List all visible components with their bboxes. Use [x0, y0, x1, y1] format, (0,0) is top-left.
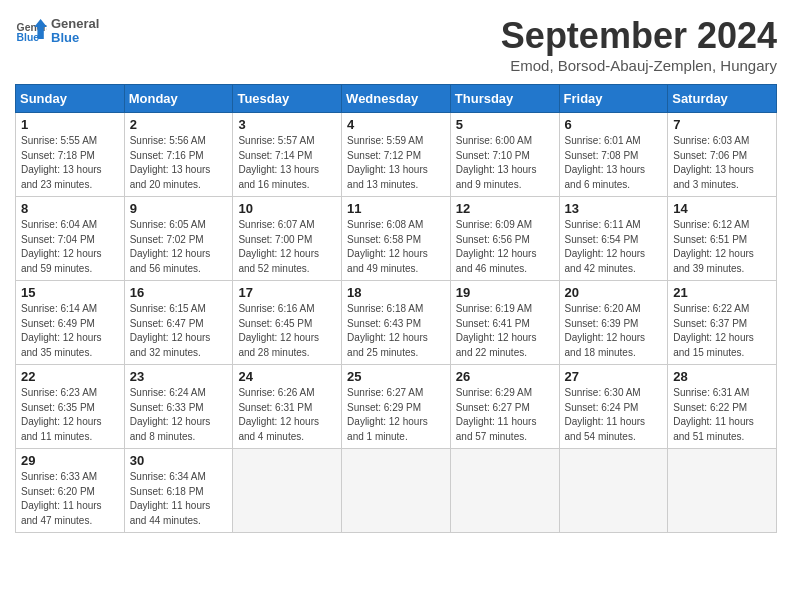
calendar-cell [668, 449, 777, 533]
day-info: Sunrise: 6:09 AMSunset: 6:56 PMDaylight:… [456, 218, 554, 276]
calendar-cell [450, 449, 559, 533]
day-number: 21 [673, 285, 771, 300]
day-number: 1 [21, 117, 119, 132]
day-info: Sunrise: 6:30 AMSunset: 6:24 PMDaylight:… [565, 386, 663, 444]
day-number: 11 [347, 201, 445, 216]
calendar-cell: 29Sunrise: 6:33 AMSunset: 6:20 PMDayligh… [16, 449, 125, 533]
calendar-table: SundayMondayTuesdayWednesdayThursdayFrid… [15, 84, 777, 533]
day-info: Sunrise: 6:07 AMSunset: 7:00 PMDaylight:… [238, 218, 336, 276]
day-info: Sunrise: 6:29 AMSunset: 6:27 PMDaylight:… [456, 386, 554, 444]
logo: General Blue GeneralBlue [15, 15, 99, 47]
logo-text: GeneralBlue [51, 17, 99, 46]
calendar-week-row: 15Sunrise: 6:14 AMSunset: 6:49 PMDayligh… [16, 281, 777, 365]
calendar-cell: 11Sunrise: 6:08 AMSunset: 6:58 PMDayligh… [342, 197, 451, 281]
calendar-cell: 25Sunrise: 6:27 AMSunset: 6:29 PMDayligh… [342, 365, 451, 449]
calendar-cell [233, 449, 342, 533]
calendar-cell: 14Sunrise: 6:12 AMSunset: 6:51 PMDayligh… [668, 197, 777, 281]
calendar-cell: 30Sunrise: 6:34 AMSunset: 6:18 PMDayligh… [124, 449, 233, 533]
day-number: 12 [456, 201, 554, 216]
day-info: Sunrise: 6:15 AMSunset: 6:47 PMDaylight:… [130, 302, 228, 360]
weekday-header: Thursday [450, 85, 559, 113]
calendar-header: SundayMondayTuesdayWednesdayThursdayFrid… [16, 85, 777, 113]
calendar-week-row: 29Sunrise: 6:33 AMSunset: 6:20 PMDayligh… [16, 449, 777, 533]
day-number: 9 [130, 201, 228, 216]
month-title: September 2024 [501, 15, 777, 57]
day-info: Sunrise: 6:11 AMSunset: 6:54 PMDaylight:… [565, 218, 663, 276]
title-area: September 2024 Emod, Borsod-Abauj-Zemple… [501, 15, 777, 74]
calendar-cell: 28Sunrise: 6:31 AMSunset: 6:22 PMDayligh… [668, 365, 777, 449]
weekday-header: Saturday [668, 85, 777, 113]
day-number: 4 [347, 117, 445, 132]
weekday-header: Tuesday [233, 85, 342, 113]
day-number: 24 [238, 369, 336, 384]
calendar-cell: 13Sunrise: 6:11 AMSunset: 6:54 PMDayligh… [559, 197, 668, 281]
calendar-cell: 24Sunrise: 6:26 AMSunset: 6:31 PMDayligh… [233, 365, 342, 449]
calendar-cell: 8Sunrise: 6:04 AMSunset: 7:04 PMDaylight… [16, 197, 125, 281]
day-number: 27 [565, 369, 663, 384]
calendar-cell: 19Sunrise: 6:19 AMSunset: 6:41 PMDayligh… [450, 281, 559, 365]
day-number: 10 [238, 201, 336, 216]
day-info: Sunrise: 6:18 AMSunset: 6:43 PMDaylight:… [347, 302, 445, 360]
day-number: 26 [456, 369, 554, 384]
day-number: 22 [21, 369, 119, 384]
day-number: 29 [21, 453, 119, 468]
day-number: 14 [673, 201, 771, 216]
location: Emod, Borsod-Abauj-Zemplen, Hungary [501, 57, 777, 74]
calendar-cell: 5Sunrise: 6:00 AMSunset: 7:10 PMDaylight… [450, 113, 559, 197]
day-number: 3 [238, 117, 336, 132]
calendar-cell: 21Sunrise: 6:22 AMSunset: 6:37 PMDayligh… [668, 281, 777, 365]
calendar-cell: 15Sunrise: 6:14 AMSunset: 6:49 PMDayligh… [16, 281, 125, 365]
svg-text:Blue: Blue [17, 32, 40, 43]
day-number: 15 [21, 285, 119, 300]
day-number: 8 [21, 201, 119, 216]
calendar-cell: 27Sunrise: 6:30 AMSunset: 6:24 PMDayligh… [559, 365, 668, 449]
calendar-cell: 1Sunrise: 5:55 AMSunset: 7:18 PMDaylight… [16, 113, 125, 197]
day-number: 20 [565, 285, 663, 300]
page-header: General Blue GeneralBlue September 2024 … [15, 15, 777, 74]
logo-icon: General Blue [15, 15, 47, 47]
day-number: 25 [347, 369, 445, 384]
day-info: Sunrise: 5:55 AMSunset: 7:18 PMDaylight:… [21, 134, 119, 192]
calendar-week-row: 22Sunrise: 6:23 AMSunset: 6:35 PMDayligh… [16, 365, 777, 449]
day-info: Sunrise: 6:05 AMSunset: 7:02 PMDaylight:… [130, 218, 228, 276]
day-info: Sunrise: 6:26 AMSunset: 6:31 PMDaylight:… [238, 386, 336, 444]
day-number: 13 [565, 201, 663, 216]
calendar-week-row: 8Sunrise: 6:04 AMSunset: 7:04 PMDaylight… [16, 197, 777, 281]
calendar-cell: 9Sunrise: 6:05 AMSunset: 7:02 PMDaylight… [124, 197, 233, 281]
calendar-cell: 10Sunrise: 6:07 AMSunset: 7:00 PMDayligh… [233, 197, 342, 281]
calendar-cell: 18Sunrise: 6:18 AMSunset: 6:43 PMDayligh… [342, 281, 451, 365]
calendar-cell: 17Sunrise: 6:16 AMSunset: 6:45 PMDayligh… [233, 281, 342, 365]
calendar-cell: 3Sunrise: 5:57 AMSunset: 7:14 PMDaylight… [233, 113, 342, 197]
day-number: 23 [130, 369, 228, 384]
day-info: Sunrise: 6:31 AMSunset: 6:22 PMDaylight:… [673, 386, 771, 444]
day-info: Sunrise: 5:57 AMSunset: 7:14 PMDaylight:… [238, 134, 336, 192]
weekday-header: Wednesday [342, 85, 451, 113]
day-info: Sunrise: 6:08 AMSunset: 6:58 PMDaylight:… [347, 218, 445, 276]
calendar-cell: 6Sunrise: 6:01 AMSunset: 7:08 PMDaylight… [559, 113, 668, 197]
day-info: Sunrise: 6:03 AMSunset: 7:06 PMDaylight:… [673, 134, 771, 192]
day-info: Sunrise: 5:59 AMSunset: 7:12 PMDaylight:… [347, 134, 445, 192]
calendar-cell: 23Sunrise: 6:24 AMSunset: 6:33 PMDayligh… [124, 365, 233, 449]
day-number: 18 [347, 285, 445, 300]
day-info: Sunrise: 6:22 AMSunset: 6:37 PMDaylight:… [673, 302, 771, 360]
day-info: Sunrise: 6:12 AMSunset: 6:51 PMDaylight:… [673, 218, 771, 276]
day-info: Sunrise: 6:14 AMSunset: 6:49 PMDaylight:… [21, 302, 119, 360]
day-number: 2 [130, 117, 228, 132]
day-info: Sunrise: 6:33 AMSunset: 6:20 PMDaylight:… [21, 470, 119, 528]
calendar-cell: 16Sunrise: 6:15 AMSunset: 6:47 PMDayligh… [124, 281, 233, 365]
day-info: Sunrise: 6:20 AMSunset: 6:39 PMDaylight:… [565, 302, 663, 360]
calendar-cell: 22Sunrise: 6:23 AMSunset: 6:35 PMDayligh… [16, 365, 125, 449]
weekday-header: Monday [124, 85, 233, 113]
day-number: 16 [130, 285, 228, 300]
day-number: 30 [130, 453, 228, 468]
day-info: Sunrise: 6:04 AMSunset: 7:04 PMDaylight:… [21, 218, 119, 276]
day-info: Sunrise: 6:16 AMSunset: 6:45 PMDaylight:… [238, 302, 336, 360]
day-number: 7 [673, 117, 771, 132]
day-info: Sunrise: 6:34 AMSunset: 6:18 PMDaylight:… [130, 470, 228, 528]
calendar-cell [559, 449, 668, 533]
day-number: 19 [456, 285, 554, 300]
day-number: 6 [565, 117, 663, 132]
day-number: 17 [238, 285, 336, 300]
day-info: Sunrise: 5:56 AMSunset: 7:16 PMDaylight:… [130, 134, 228, 192]
day-number: 28 [673, 369, 771, 384]
